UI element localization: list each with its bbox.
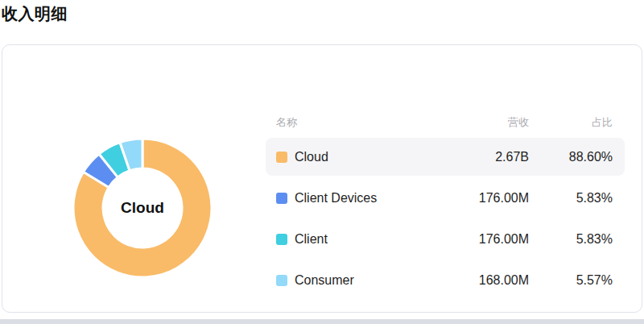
header-percent: 占比 — [529, 115, 613, 130]
series-revenue: 168.00M — [354, 273, 529, 288]
header-name: 名称 — [276, 115, 297, 130]
donut-chart: Cloud — [71, 136, 214, 280]
series-name: Consumer — [295, 273, 354, 288]
series-color-swatch — [276, 275, 287, 286]
series-revenue: 176.00M — [328, 232, 529, 247]
series-revenue: 176.00M — [377, 191, 529, 206]
series-name: Client — [295, 232, 328, 247]
page-title: 收入明细 — [2, 3, 68, 25]
table-row[interactable]: Cloud 2.67B 88.60% — [266, 138, 625, 176]
series-percent: 5.83% — [529, 232, 613, 247]
series-color-swatch — [276, 234, 287, 245]
table-header-row: 名称 营收 占比 — [266, 116, 625, 129]
series-name: Cloud — [295, 150, 328, 164]
series-percent: 88.60% — [529, 150, 613, 164]
table-body: Cloud 2.67B 88.60% Client Devices 176.00… — [266, 138, 625, 299]
series-color-swatch — [276, 152, 287, 163]
table-row[interactable]: Client 176.00M 5.83% — [266, 220, 625, 258]
bottom-divider — [0, 319, 644, 324]
series-percent: 5.83% — [529, 191, 613, 206]
table-row[interactable]: Client Devices 176.00M 5.83% — [266, 179, 625, 217]
donut-chart-svg — [71, 136, 214, 280]
series-color-swatch — [276, 193, 287, 204]
series-percent: 5.57% — [529, 273, 613, 288]
header-revenue: 营收 — [297, 115, 529, 130]
revenue-breakdown-card: Cloud 业务 USD 名称 营收 占比 Cloud 2.67B 88.60%… — [2, 44, 642, 313]
series-name: Client Devices — [295, 191, 377, 206]
table-row[interactable]: Consumer 168.00M 5.57% — [266, 261, 625, 299]
breakdown-table: 名称 营收 占比 Cloud 2.67B 88.60% Client Devic… — [266, 116, 625, 302]
series-revenue: 2.67B — [328, 150, 529, 164]
